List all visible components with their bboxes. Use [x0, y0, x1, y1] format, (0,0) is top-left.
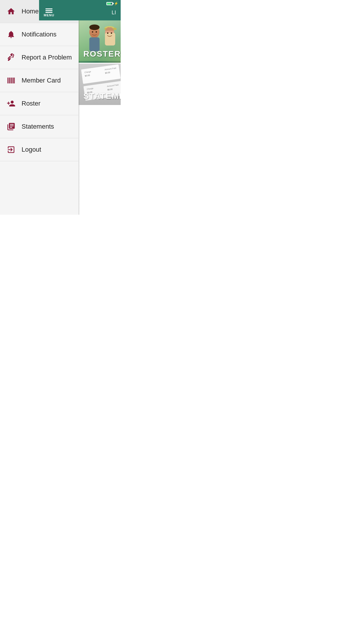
- statements-label: Statements: [22, 123, 54, 130]
- wrench-icon: [6, 52, 16, 63]
- battery-icon: [106, 2, 113, 5]
- hamburger-icon: [45, 8, 52, 13]
- svg-rect-1: [8, 78, 9, 83]
- statements-card-label: STATEMENTS: [83, 92, 121, 101]
- svg-rect-3: [10, 78, 11, 83]
- home-label: Home: [22, 8, 39, 15]
- svg-rect-2: [9, 78, 10, 83]
- svg-rect-7: [14, 78, 15, 83]
- sidebar-item-roster[interactable]: Roster: [0, 92, 78, 115]
- content-area: ROSTER Charge Amount Paid $0.00 $0.00 Ch…: [79, 20, 121, 215]
- svg-rect-5: [12, 78, 13, 83]
- charging-icon: ⚡: [114, 1, 118, 6]
- roster-label: Roster: [22, 100, 41, 107]
- report-label: Report a Problem: [22, 54, 72, 61]
- svg-point-12: [96, 31, 97, 33]
- home-icon: [6, 6, 16, 17]
- logout-icon: [6, 144, 16, 155]
- barcode-icon: [6, 75, 16, 86]
- statements-card[interactable]: Charge Amount Paid $0.00 $0.00 Charge Am…: [79, 63, 121, 105]
- statements-icon: [6, 121, 16, 132]
- roster-card-label: ROSTER: [83, 49, 121, 59]
- svg-rect-0: [8, 78, 8, 83]
- svg-point-11: [92, 31, 93, 33]
- sidebar-item-statements[interactable]: Statements: [0, 115, 78, 138]
- sidebar-item-report[interactable]: Report a Problem: [0, 46, 78, 69]
- member-card-label: Member Card: [22, 77, 61, 84]
- sidebar-item-member-card[interactable]: Member Card: [0, 69, 78, 92]
- sidebar-shadow: [79, 0, 80, 215]
- svg-rect-18: [105, 33, 115, 46]
- sidebar-item-notifications[interactable]: Notifications: [0, 23, 78, 46]
- status-bar: ⚡: [39, 0, 121, 7]
- person-plus-icon: [6, 98, 16, 109]
- menu-button[interactable]: MENU: [44, 8, 54, 17]
- svg-point-13: [89, 24, 99, 30]
- svg-rect-4: [11, 78, 12, 83]
- menu-label: MENU: [44, 13, 54, 17]
- roster-card[interactable]: ROSTER: [79, 20, 121, 63]
- bell-icon: [6, 29, 16, 40]
- sidebar-item-logout[interactable]: Logout: [0, 138, 78, 161]
- sidebar: Home Notifications Report a Problem: [0, 0, 79, 215]
- svg-point-20: [111, 32, 112, 34]
- notifications-label: Notifications: [22, 31, 57, 38]
- logout-label: Logout: [22, 146, 41, 153]
- svg-rect-6: [13, 78, 14, 83]
- svg-point-19: [107, 32, 108, 34]
- header-user-initial: LI: [112, 10, 116, 16]
